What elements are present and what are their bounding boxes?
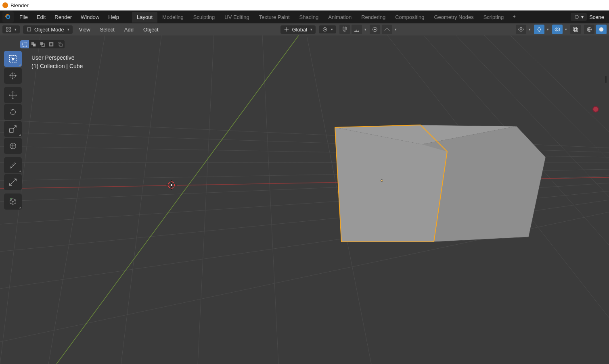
window-title: Blender	[10, 2, 29, 8]
select-mode-extend[interactable]	[29, 40, 38, 48]
svg-line-26	[48, 35, 105, 364]
menu-file[interactable]: File	[15, 12, 32, 22]
shading-wireframe[interactable]	[584, 25, 594, 34]
gizmo-toggle[interactable]	[534, 25, 544, 34]
topbar: File Edit Render Window Help Layout Mode…	[0, 10, 609, 23]
editor-type-selector[interactable]: ▾	[2, 25, 20, 33]
snap-toggle[interactable]	[339, 25, 350, 34]
svg-point-5	[323, 27, 326, 31]
orientation-label: Global	[292, 27, 307, 33]
chevron-down-icon: ▾	[331, 27, 333, 31]
3d-cursor	[166, 180, 177, 190]
menu-object[interactable]: Object	[140, 25, 162, 34]
tab-add-workspace[interactable]: +	[509, 12, 520, 23]
tool-scale[interactable]	[4, 121, 22, 137]
blender-icon[interactable]	[2, 11, 14, 23]
menu-render[interactable]: Render	[50, 12, 76, 22]
tab-uv-editing[interactable]: UV Editing	[220, 12, 254, 23]
svg-line-35	[511, 35, 609, 132]
view-mode-label: User Perspective	[31, 54, 83, 62]
proportional-falloff[interactable]	[382, 25, 392, 34]
3d-viewport[interactable]: User Perspective (1) Collection | Cube	[0, 35, 609, 364]
svg-point-7	[375, 29, 376, 30]
eye-icon	[518, 26, 524, 33]
chevron-down-icon: ▾	[310, 27, 312, 31]
selection-mode-row	[20, 40, 65, 48]
menu-edit[interactable]: Edit	[33, 12, 50, 22]
xray-icon	[572, 26, 579, 33]
overlays-toggle[interactable]	[552, 25, 563, 34]
snap-increment-icon	[354, 26, 360, 33]
tool-annotate[interactable]	[4, 157, 22, 173]
tool-measure[interactable]	[4, 174, 22, 190]
menu-add[interactable]: Add	[121, 25, 137, 34]
xray-toggle[interactable]	[570, 25, 581, 34]
menu-view[interactable]: View	[76, 25, 94, 34]
tool-rotate[interactable]	[4, 104, 22, 120]
tab-sculpting[interactable]: Sculpting	[188, 12, 220, 23]
n-panel-handle[interactable]	[605, 76, 607, 83]
viewport-header: ▾ Object Mode ▾ View Select Add Object G…	[0, 23, 609, 35]
sphere-solid-icon	[598, 26, 605, 33]
chevron-down-icon: ▾	[529, 27, 531, 31]
tool-select-box[interactable]	[4, 51, 22, 67]
svg-rect-11	[573, 27, 577, 31]
globe-wire-icon	[586, 26, 592, 33]
proportional-toggle[interactable]	[370, 25, 380, 34]
svg-line-28	[198, 35, 214, 364]
svg-rect-3	[27, 28, 31, 31]
tab-scripting[interactable]: Scripting	[479, 12, 509, 23]
select-mode-intersect[interactable]	[56, 40, 65, 48]
snap-target[interactable]	[352, 25, 362, 34]
tab-layout[interactable]: Layout	[132, 12, 157, 23]
tab-compositing[interactable]: Compositing	[390, 12, 429, 23]
proportional-editing: ▾	[370, 25, 397, 34]
object-mode-icon	[26, 27, 32, 32]
mode-selector[interactable]: Object Mode ▾	[23, 25, 73, 34]
scene-name[interactable]: Scene	[589, 14, 604, 20]
y-axis	[57, 35, 299, 364]
svg-line-29	[262, 35, 278, 364]
scene-selector[interactable]: ▾	[571, 13, 587, 21]
blender-logo-icon	[2, 2, 8, 8]
visibility-popover[interactable]	[516, 25, 526, 34]
select-mode-subtract[interactable]	[38, 40, 47, 48]
axes-icon	[284, 27, 289, 32]
svg-point-4	[324, 29, 326, 30]
tab-modeling[interactable]: Modeling	[157, 12, 188, 23]
chevron-down-icon: ▾	[364, 27, 366, 31]
tab-rendering[interactable]: Rendering	[356, 12, 390, 23]
chevron-down-icon: ▾	[565, 27, 567, 31]
menu-help[interactable]: Help	[104, 12, 123, 22]
tool-add-primitive[interactable]: +	[4, 193, 22, 210]
pivot-icon	[322, 27, 328, 32]
menu-window[interactable]: Window	[77, 12, 103, 22]
svg-point-2	[575, 15, 578, 19]
svg-rect-56	[10, 129, 13, 132]
select-mode-new[interactable]	[20, 40, 29, 48]
menu-select[interactable]: Select	[97, 25, 118, 34]
tab-texture-paint[interactable]: Texture Paint	[254, 12, 295, 23]
transform-orientation[interactable]: Global ▾	[280, 25, 316, 34]
snap-group: ▾	[339, 25, 366, 34]
gizmo-icon	[536, 26, 542, 33]
shading-modes	[584, 25, 607, 34]
magnet-icon	[341, 26, 348, 33]
tab-animation[interactable]: Animation	[323, 12, 356, 23]
axis-gizmo-x[interactable]	[592, 106, 599, 112]
tool-cursor[interactable]	[4, 68, 22, 84]
pivot-point[interactable]: ▾	[319, 25, 336, 33]
chevron-down-icon: ▾	[581, 14, 584, 20]
select-mode-invert[interactable]	[47, 40, 56, 48]
tab-geometry-nodes[interactable]: Geometry Nodes	[429, 12, 478, 23]
tool-move[interactable]	[4, 87, 22, 103]
shading-solid[interactable]	[596, 25, 607, 34]
viewport-scene	[0, 35, 609, 364]
tab-shading[interactable]: Shading	[295, 12, 324, 23]
tool-transform[interactable]	[4, 138, 22, 154]
workspace-tabs: Layout Modeling Sculpting UV Editing Tex…	[132, 12, 520, 23]
mode-label: Object Mode	[34, 27, 64, 33]
cube-object[interactable]	[335, 125, 546, 242]
viewport-icon	[6, 27, 11, 32]
titlebar: Blender	[0, 0, 609, 10]
